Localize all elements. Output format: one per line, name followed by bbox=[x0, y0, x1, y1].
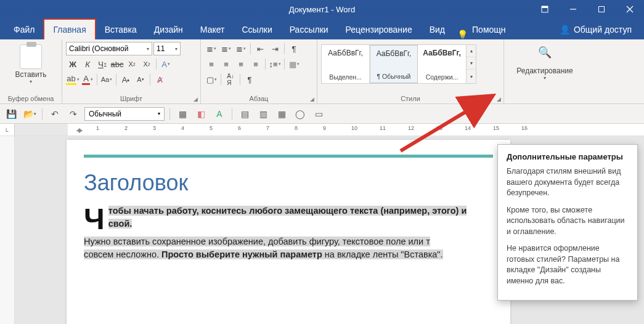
vertical-ruler[interactable] bbox=[0, 136, 15, 324]
style-name: Содержи... bbox=[426, 73, 459, 81]
style-sample: АаБбВвГг, bbox=[377, 49, 412, 58]
minimize-button[interactable] bbox=[559, 0, 587, 18]
sort-button[interactable]: A↓Я bbox=[224, 73, 237, 86]
tell-me-icon[interactable]: 💡 bbox=[454, 30, 471, 39]
superscript-button[interactable]: X2 bbox=[140, 57, 153, 71]
change-case-button[interactable]: Aa▾ bbox=[100, 73, 113, 86]
ribbon: Вставить ▾ Буфер обмена Calibri (Основно… bbox=[0, 39, 644, 104]
bold-button[interactable]: Ж bbox=[66, 57, 79, 71]
p2-d: на вкладке ленты "Вставка". bbox=[322, 249, 443, 259]
font-color-button[interactable]: A▾ bbox=[81, 73, 94, 86]
maximize-button[interactable] bbox=[587, 0, 616, 18]
group-label-styles: Стили bbox=[401, 95, 420, 102]
tab-review[interactable]: Рецензирование bbox=[337, 20, 421, 39]
qat-undo-button[interactable]: ↶ bbox=[47, 107, 62, 121]
font-dialog-launcher[interactable]: ◢ bbox=[194, 96, 198, 102]
qat-table-button[interactable]: ▦ bbox=[175, 107, 190, 121]
svg-rect-1 bbox=[542, 6, 548, 8]
tab-view[interactable]: Вид bbox=[421, 20, 454, 39]
increase-indent-button[interactable]: ⇥ bbox=[268, 42, 282, 55]
paragraph-marks-button[interactable]: ¶ bbox=[243, 73, 256, 86]
group-label-clipboard: Буфер обмена bbox=[4, 94, 58, 102]
share-button[interactable]: 👤 Общий доступ bbox=[552, 20, 639, 39]
tab-file[interactable]: Файл bbox=[5, 20, 43, 39]
qat-btn-e[interactable]: ▭ bbox=[311, 107, 326, 121]
qat-text-button[interactable]: A bbox=[212, 107, 227, 121]
tab-mailings[interactable]: Рассылки bbox=[281, 20, 337, 39]
font-name-value: Calibri (Основной bbox=[69, 44, 128, 53]
clear-format-button[interactable]: A̷ bbox=[153, 73, 166, 86]
underline-button[interactable]: Ч▾ bbox=[96, 57, 109, 71]
style-name: Выделен... bbox=[329, 73, 362, 81]
gallery-more-button[interactable]: ▾ bbox=[467, 70, 476, 83]
borders-button[interactable]: ▢▾ bbox=[205, 73, 218, 86]
style-item-emphasis[interactable]: АаБбВвГг, Выделен... bbox=[322, 45, 370, 83]
close-button[interactable] bbox=[616, 0, 644, 18]
qat-eraser-button[interactable]: ◧ bbox=[194, 107, 208, 121]
tab-insert[interactable]: Вставка bbox=[96, 20, 145, 39]
qat-open-button[interactable]: 📂▾ bbox=[22, 107, 37, 121]
text-effects-button[interactable]: A▾ bbox=[159, 57, 173, 71]
tab-references[interactable]: Ссылки bbox=[233, 20, 280, 39]
group-label-paragraph: Абзац bbox=[250, 95, 269, 102]
gallery-down-button[interactable]: ▾ bbox=[467, 57, 476, 70]
qat-btn-d[interactable]: ◯ bbox=[293, 107, 308, 121]
tooltip-title: Дополнительные параметры bbox=[507, 152, 629, 161]
p1-line2: свой. bbox=[108, 219, 132, 229]
paragraph-1[interactable]: Ч тобы начать работу, коснитесь любого з… bbox=[84, 205, 493, 230]
shading-button[interactable]: ▦▾ bbox=[287, 57, 301, 71]
group-clipboard: Вставить ▾ Буфер обмена bbox=[0, 39, 62, 103]
tooltip-p1: Благодаря стилям внешний вид вашего доку… bbox=[507, 166, 629, 199]
line-spacing-button[interactable]: ↕≡▾ bbox=[268, 57, 282, 71]
group-editing: 🔍 Редактирование ▾ bbox=[504, 39, 585, 103]
dropcap: Ч bbox=[84, 207, 105, 232]
qat-redo-button[interactable]: ↷ bbox=[66, 107, 81, 121]
paste-button[interactable]: Вставить ▾ bbox=[15, 42, 47, 84]
page[interactable]: Заголовок Ч тобы начать работу, коснитес… bbox=[67, 140, 510, 324]
qat-btn-a[interactable]: ▤ bbox=[237, 107, 252, 121]
justify-button[interactable]: ≡ bbox=[249, 57, 263, 71]
document-title[interactable]: Заголовок bbox=[84, 170, 493, 196]
font-name-combo[interactable]: Calibri (Основной▾ bbox=[66, 42, 152, 55]
qat-save-button[interactable]: 💾 bbox=[4, 107, 18, 121]
italic-button[interactable]: К bbox=[81, 57, 94, 71]
bullets-button[interactable]: ≣▾ bbox=[205, 42, 218, 55]
gallery-up-button[interactable]: ▴ bbox=[467, 45, 476, 57]
highlight-button[interactable]: ab▾ bbox=[66, 73, 79, 86]
horizontal-ruler[interactable]: 12345678910111213141516 bbox=[15, 124, 644, 136]
subscript-button[interactable]: X2 bbox=[125, 57, 139, 71]
align-right-button[interactable]: ≡ bbox=[234, 57, 248, 71]
style-item-toc[interactable]: АаБбВвГг, Содержи... bbox=[418, 45, 466, 83]
grow-font-button[interactable]: A▴ bbox=[119, 73, 132, 86]
decrease-indent-button[interactable]: ⇤ bbox=[253, 42, 267, 55]
tab-layout[interactable]: Макет bbox=[192, 20, 234, 39]
title-accent-bar bbox=[84, 155, 493, 158]
ribbon-options-icon[interactable] bbox=[531, 0, 559, 18]
styles-dialog-launcher[interactable]: ◢ bbox=[497, 96, 501, 102]
qat-style-combo[interactable]: Обычный▾ bbox=[84, 107, 165, 121]
p1-line1: тобы начать работу, коснитесь любого зам… bbox=[108, 206, 467, 216]
editing-label[interactable]: Редактирование bbox=[516, 67, 573, 75]
align-center-button[interactable]: ≡ bbox=[219, 57, 233, 71]
paragraph-dialog-launcher[interactable]: ◢ bbox=[310, 96, 314, 102]
qat-btn-c[interactable]: ▦ bbox=[274, 107, 289, 121]
show-marks-button[interactable]: ¶ bbox=[287, 42, 301, 55]
tab-home[interactable]: Главная bbox=[43, 18, 96, 39]
tab-design[interactable]: Дизайн bbox=[145, 20, 192, 39]
p2-c: Просто выберите нужный параметр bbox=[161, 249, 322, 259]
group-paragraph: ≣▾ ≣▾ ≣▾ ⇤ ⇥ ¶ ≡ ≡ ≡ ≡ ↕≡▾ ▦▾ ▢▾ bbox=[201, 39, 317, 103]
ribbon-tabs: Файл Главная Вставка Дизайн Макет Ссылки… bbox=[0, 18, 644, 39]
strike-button[interactable]: abc bbox=[110, 57, 124, 71]
qat-btn-b[interactable]: ▥ bbox=[256, 107, 271, 121]
font-size-combo[interactable]: 11▾ bbox=[153, 42, 181, 55]
style-item-normal[interactable]: АаБбВвГг, ¶ Обычный bbox=[370, 45, 418, 83]
tab-tellme[interactable]: Помощн bbox=[471, 20, 515, 39]
paragraph-2[interactable]: Нужно вставить сохраненное изображение, … bbox=[84, 235, 493, 261]
numbering-button[interactable]: ≣▾ bbox=[219, 42, 233, 55]
find-icon[interactable]: 🔍 bbox=[538, 46, 552, 59]
shrink-font-button[interactable]: A▾ bbox=[134, 73, 147, 86]
tab-selector[interactable]: L bbox=[0, 124, 15, 136]
align-left-button[interactable]: ≡ bbox=[205, 57, 218, 71]
multilevel-button[interactable]: ≣▾ bbox=[234, 42, 248, 55]
svg-rect-3 bbox=[599, 7, 605, 12]
